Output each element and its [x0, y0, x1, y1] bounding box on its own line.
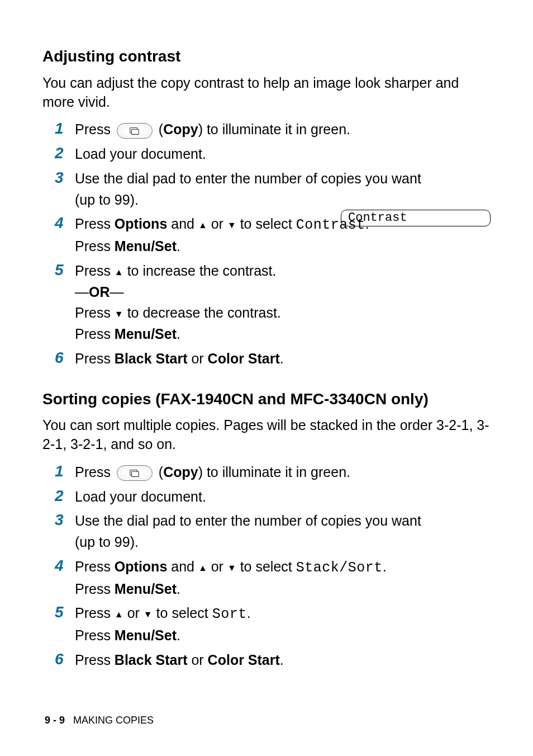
text-fragment: Press: [75, 581, 115, 597]
options-label: Options: [115, 216, 167, 231]
up-arrow-icon: [198, 559, 207, 574]
text-fragment: .: [177, 238, 180, 254]
step-text: Press Black Start or Color Start.: [75, 349, 491, 368]
steps-list-2: 1 Press (Copy) to illuminate it in green…: [42, 462, 491, 672]
up-arrow-icon: [115, 605, 123, 621]
up-arrow-icon: [115, 263, 123, 278]
step-1-1: 1 Press (Copy) to illuminate it in green…: [55, 119, 491, 141]
step-number: 2: [55, 486, 75, 505]
text-fragment: —: [75, 284, 89, 300]
text-fragment: Press: [75, 216, 115, 231]
step-text: (up to 99).: [75, 533, 491, 552]
text-fragment: or: [207, 216, 227, 231]
footer-title: MAKING COPIES: [73, 715, 154, 726]
step-text: Press Options and or to select Stack/Sor…: [75, 557, 491, 578]
text-fragment: to select: [236, 559, 296, 574]
copy-button-icon: [117, 465, 153, 481]
step-1-5: 5 Press to increase the contrast. —OR— P…: [55, 261, 491, 346]
black-start-label: Black Start: [115, 652, 188, 668]
step-text: Press (Copy) to illuminate it in green.: [75, 120, 491, 139]
or-line: —OR—: [75, 283, 491, 302]
menuset-label: Menu/Set: [115, 326, 177, 342]
text-fragment: Press: [75, 464, 115, 480]
color-start-label: Color Start: [208, 652, 280, 668]
text-fragment: or: [207, 559, 227, 574]
intro-sorting-copies: You can sort multiple copies. Pages will…: [42, 416, 491, 454]
step-number: 3: [55, 168, 75, 187]
text-fragment: to select: [153, 605, 212, 621]
text-fragment: Press: [75, 263, 115, 278]
text-fragment: or: [187, 652, 207, 668]
step-2-3: 3 Use the dial pad to enter the number o…: [55, 511, 491, 554]
text-fragment: to select: [236, 216, 296, 231]
down-arrow-icon: [144, 605, 153, 621]
step-2-4: 4 Press Options and or to select Stack/S…: [55, 556, 491, 601]
lcd-value: Sort: [212, 606, 247, 622]
step-text: Press Menu/Set.: [75, 626, 491, 645]
text-fragment: Press: [75, 326, 115, 342]
lcd-display: Contrast: [341, 210, 491, 226]
menuset-label: Menu/Set: [115, 627, 177, 643]
step-1-6: 6 Press Black Start or Color Start.: [55, 348, 491, 371]
text-fragment: Press: [75, 121, 115, 137]
copy-label: Copy: [163, 121, 198, 137]
step-number: 4: [55, 556, 75, 575]
text-fragment: Press: [75, 559, 115, 574]
step-2-2: 2 Load your document.: [55, 486, 491, 509]
text-fragment: Press: [75, 627, 115, 643]
step-text: Press or to select Sort.: [75, 604, 491, 624]
copy-label: Copy: [163, 464, 198, 480]
step-text: Load your document.: [75, 488, 491, 507]
page-number: 9 - 9: [45, 715, 65, 726]
step-number: 5: [55, 261, 75, 280]
steps-list-1: 1 Press (Copy) to illuminate it in green…: [42, 119, 491, 370]
section-sorting-copies: Sorting copies (FAX-1940CN and MFC-3340C…: [42, 389, 491, 672]
text-fragment: .: [383, 559, 387, 574]
step-2-6: 6 Press Black Start or Color Start.: [55, 650, 491, 672]
text-fragment: or: [187, 351, 207, 366]
page-footer: 9 - 9 MAKING COPIES: [45, 714, 154, 727]
black-start-label: Black Start: [115, 351, 188, 366]
text-fragment: .: [177, 326, 180, 342]
text-fragment: Press: [75, 238, 115, 254]
down-arrow-icon: [115, 305, 123, 320]
menuset-label: Menu/Set: [115, 238, 177, 254]
step-number: 4: [55, 214, 75, 233]
down-arrow-icon: [227, 559, 236, 574]
step-2-5: 5 Press or to select Sort. Press Menu/Se…: [55, 603, 491, 648]
text-fragment: —: [110, 284, 124, 300]
text-fragment: or: [123, 605, 144, 621]
heading-adjusting-contrast: Adjusting contrast: [42, 46, 491, 67]
text-fragment: to increase the contrast.: [123, 263, 277, 278]
lcd-value: Stack/Sort: [296, 560, 383, 576]
text-fragment: .: [177, 627, 180, 643]
step-1-2: 2 Load your document.: [55, 144, 491, 166]
svg-rect-1: [131, 129, 139, 134]
text-fragment: ) to illuminate it in green.: [198, 464, 350, 480]
step-text: Press Menu/Set.: [75, 237, 491, 256]
step-number: 1: [55, 119, 75, 138]
step-text: Press Menu/Set.: [75, 580, 491, 599]
step-text: Use the dial pad to enter the number of …: [75, 169, 491, 188]
step-text: Press Menu/Set.: [75, 325, 491, 344]
step-text: Press to decrease the contrast.: [75, 304, 491, 323]
text-fragment: .: [280, 652, 284, 668]
step-number: 3: [55, 511, 75, 530]
text-fragment: .: [280, 351, 284, 366]
heading-sorting-copies: Sorting copies (FAX-1940CN and MFC-3340C…: [42, 389, 491, 410]
text-fragment: Press: [75, 305, 115, 320]
step-text: Press (Copy) to illuminate it in green.: [75, 463, 491, 482]
step-1-3: 3 Use the dial pad to enter the number o…: [55, 168, 491, 212]
text-fragment: ) to illuminate it in green.: [198, 121, 350, 137]
step-number: 5: [55, 603, 75, 622]
down-arrow-icon: [227, 216, 236, 231]
up-arrow-icon: [198, 216, 207, 231]
svg-rect-3: [131, 471, 139, 476]
intro-adjusting-contrast: You can adjust the copy contrast to help…: [42, 74, 491, 112]
step-number: 2: [55, 144, 75, 163]
text-fragment: Press: [75, 605, 115, 621]
text-fragment: and: [167, 559, 198, 574]
step-number: 6: [55, 348, 75, 367]
color-start-label: Color Start: [208, 351, 280, 366]
step-number: 1: [55, 462, 75, 481]
